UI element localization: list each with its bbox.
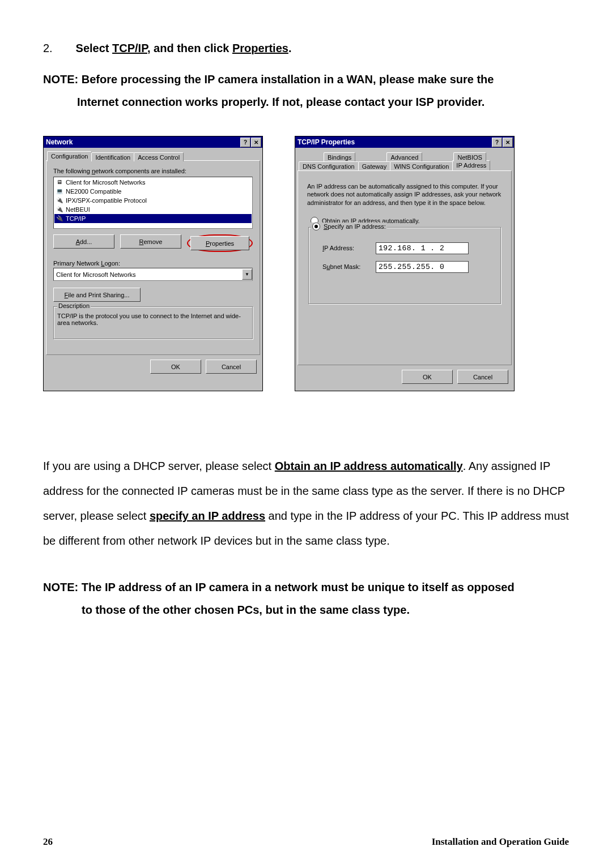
tab-ip-address[interactable]: IP Address	[452, 160, 490, 170]
tab-access-control[interactable]: Access Control	[134, 152, 184, 161]
ok-button[interactable]: OK	[150, 360, 201, 374]
tcpip-dialog: TCP/IP Properties ? ✕ Bindings Advanced …	[295, 136, 515, 391]
note-unique-ip: NOTE: The IP address of an IP camera in …	[43, 576, 569, 621]
file-print-sharing-button[interactable]: File and Print Sharing...	[53, 288, 141, 302]
step-instruction: 2. Select TCP/IP, and then click Propert…	[43, 40, 569, 57]
protocol-icon	[56, 196, 63, 204]
primary-logon-dropdown[interactable]: Client for Microsoft Networks ▼	[53, 268, 253, 281]
list-item[interactable]: NetBEUI	[54, 205, 252, 214]
list-item[interactable]: IPX/SPX-compatible Protocol	[54, 196, 252, 205]
protocol-icon	[56, 206, 63, 213]
help-icon[interactable]: ?	[492, 138, 502, 147]
components-label: The following network components are ins…	[53, 168, 253, 174]
cancel-button[interactable]: Cancel	[457, 370, 508, 384]
tcpip-tabs-row1: Bindings Advanced NetBIOS	[298, 151, 512, 161]
chevron-down-icon[interactable]: ▼	[242, 269, 252, 280]
tcpip-titlebar: TCP/IP Properties ? ✕	[295, 136, 514, 148]
tcpip-title: TCP/IP Properties	[298, 138, 491, 146]
close-icon[interactable]: ✕	[503, 138, 513, 147]
network-tabs: Configuration Identification Access Cont…	[46, 151, 260, 161]
tab-wins[interactable]: WINS Configuration	[390, 161, 453, 170]
network-title: Network	[46, 138, 240, 146]
add-button[interactable]: Add...	[53, 234, 114, 249]
properties-link-text: Properties	[232, 42, 288, 54]
components-listbox[interactable]: Client for Microsoft Networks NE2000 Com…	[53, 177, 253, 229]
document-page: 2. Select TCP/IP, and then click Propert…	[0, 0, 612, 868]
primary-logon-value: Client for Microsoft Networks	[54, 271, 242, 278]
subnet-mask-label: Subnet Mask:	[322, 263, 370, 270]
cancel-button[interactable]: Cancel	[206, 360, 257, 374]
description-legend: Description	[57, 302, 91, 309]
remove-button[interactable]: Remove	[120, 234, 181, 249]
radio-specify-ip[interactable]: Specify an IP address:	[312, 223, 386, 230]
tab-bindings[interactable]: Bindings	[324, 152, 355, 161]
page-footer: 26 Installation and Operation Guide	[43, 836, 569, 848]
ok-button[interactable]: OK	[402, 370, 453, 384]
dialog-screenshots: Network ? ✕ Configuration Identification…	[43, 136, 569, 391]
tcpip-link-text: TCP/IP	[112, 42, 147, 54]
note-wan: NOTE: Before processing the IP camera in…	[43, 68, 569, 113]
tab-identification[interactable]: Identification	[91, 152, 134, 161]
list-item[interactable]: NE2000 Compatible	[54, 187, 252, 196]
tcpip-explanation: An IP address can be automatically assig…	[307, 182, 502, 207]
tab-configuration[interactable]: Configuration	[47, 151, 92, 161]
properties-button[interactable]: Properties	[190, 236, 249, 250]
step-number: 2.	[43, 40, 73, 57]
specify-ip-group: Specify an IP address: IP Address: 192.1…	[308, 227, 501, 304]
guide-title: Installation and Operation Guide	[432, 836, 569, 848]
obtain-auto-emph: Obtain an IP address automatically	[275, 460, 463, 472]
tab-netbios[interactable]: NetBIOS	[453, 152, 486, 161]
specify-ip-emph: specify an IP address	[150, 510, 265, 522]
tab-gateway[interactable]: Gateway	[358, 161, 390, 170]
help-icon[interactable]: ?	[240, 138, 250, 147]
list-item-selected[interactable]: TCP/IP	[54, 214, 252, 223]
primary-logon-label: Primary Network Logon:	[53, 260, 253, 267]
network-dialog: Network ? ✕ Configuration Identification…	[43, 136, 263, 391]
network-tab-panel: The following network components are ins…	[46, 160, 260, 355]
adapter-icon	[56, 187, 63, 195]
network-titlebar: Network ? ✕	[44, 136, 262, 148]
ip-address-input[interactable]: 192.168. 1 . 2	[376, 242, 469, 254]
tcpip-tab-panel: An IP address can be automatically assig…	[298, 170, 512, 365]
tab-dns[interactable]: DNS Configuration	[299, 161, 359, 170]
protocol-icon	[56, 215, 63, 223]
ip-address-label: IP Address:	[322, 245, 370, 251]
properties-highlight-oval: Properties	[187, 234, 253, 252]
subnet-mask-input[interactable]: 255.255.255. 0	[376, 261, 469, 273]
close-icon[interactable]: ✕	[251, 138, 261, 147]
page-number: 26	[43, 836, 53, 848]
client-icon	[56, 178, 63, 186]
body-paragraph: If you are using a DHCP server, please s…	[43, 454, 569, 553]
description-text: TCP/IP is the protocol you use to connec…	[57, 313, 249, 335]
tcpip-tabs-row2: DNS Configuration Gateway WINS Configura…	[298, 160, 512, 170]
tab-advanced[interactable]: Advanced	[386, 152, 422, 161]
list-item[interactable]: Client for Microsoft Networks	[54, 178, 252, 187]
description-group: Description TCP/IP is the protocol you u…	[53, 306, 253, 339]
radio-icon-on	[312, 223, 320, 230]
